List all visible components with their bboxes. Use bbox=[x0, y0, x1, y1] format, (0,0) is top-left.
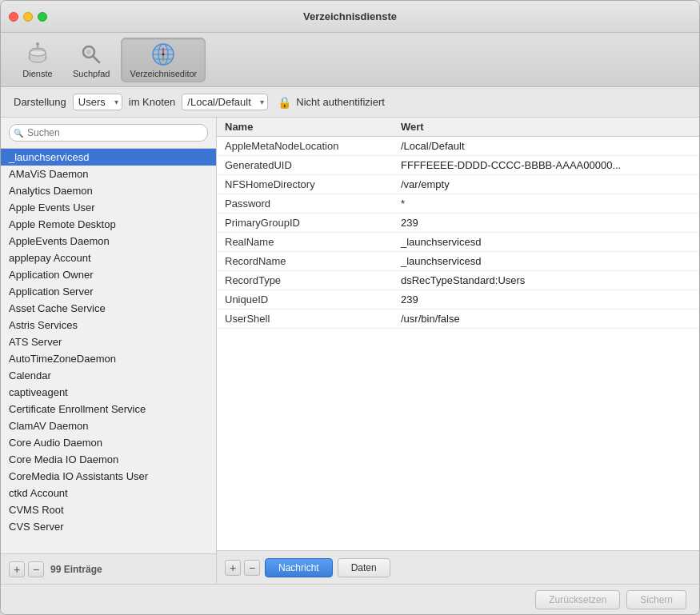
nachricht-button[interactable]: Nachricht bbox=[265, 558, 333, 577]
lock-icon[interactable]: 🔒 bbox=[278, 96, 291, 109]
sidebar-item[interactable]: Asset Cache Service bbox=[1, 300, 216, 317]
dienste-icon bbox=[25, 42, 50, 67]
dienste-label: Dienste bbox=[22, 69, 52, 78]
sidebar-item[interactable]: ATS Server bbox=[1, 333, 216, 350]
toolbar: Dienste Suchpfad bbox=[1, 33, 699, 87]
table-cell-key: Password bbox=[217, 194, 393, 214]
traffic-lights bbox=[1, 12, 47, 22]
table-cell-value: /Local/Default bbox=[393, 137, 699, 156]
table-cell-value: /var/empty bbox=[393, 175, 699, 194]
table-cell-key: NFSHomeDirectory bbox=[217, 175, 393, 194]
sidebar-footer: + − 99 Einträge bbox=[1, 553, 216, 584]
table-cell-key: AppleMetaNodeLocation bbox=[217, 137, 393, 156]
verzeichniseditor-label: Verzeichniseditor bbox=[130, 69, 197, 78]
col-name-header: Name bbox=[217, 118, 393, 137]
addressbar: Darstellung Users im Knoten /Local/Defau… bbox=[1, 87, 699, 118]
sichern-button[interactable]: Sichern bbox=[626, 590, 686, 609]
sidebar-item[interactable]: CoreMedia IO Assistants User bbox=[1, 468, 216, 485]
sidebar-item[interactable]: ctkd Account bbox=[1, 485, 216, 501]
svg-point-6 bbox=[86, 50, 91, 54]
sidebar-item[interactable]: Apple Remote Desktop bbox=[1, 216, 216, 233]
suchpfad-label: Suchpfad bbox=[73, 69, 110, 78]
table-cell-value: FFFFEEEE-DDDD-CCCC-BBBB-AAAA00000... bbox=[393, 156, 699, 175]
maximize-button[interactable] bbox=[38, 12, 47, 22]
remove-item-button[interactable]: − bbox=[28, 561, 44, 577]
table-cell-value: 239 bbox=[393, 214, 699, 233]
suchpfad-icon bbox=[78, 42, 104, 67]
sidebar-item[interactable]: Application Server bbox=[1, 283, 216, 300]
darstellung-select[interactable]: Users bbox=[73, 94, 122, 110]
sidebar-item[interactable]: Astris Services bbox=[1, 317, 216, 333]
table-cell-value: dsRecTypeStandard:Users bbox=[393, 271, 699, 290]
knoten-label: im Knoten bbox=[129, 96, 176, 108]
table-cell-value: _launchservicesd bbox=[393, 252, 699, 271]
sidebar-item[interactable]: Analytics Daemon bbox=[1, 182, 216, 199]
table-cell-key: RealName bbox=[217, 233, 393, 252]
table-cell-value: * bbox=[393, 194, 699, 214]
minimize-button[interactable] bbox=[23, 12, 33, 22]
add-row-button[interactable]: + bbox=[225, 560, 241, 576]
table-cell-key: PrimaryGroupID bbox=[217, 214, 393, 233]
sidebar-item[interactable]: CVS Server bbox=[1, 518, 216, 535]
table-cell-key: GeneratedUID bbox=[217, 156, 393, 175]
sidebar-item[interactable]: Application Owner bbox=[1, 266, 216, 283]
table-cell-value: 239 bbox=[393, 290, 699, 309]
detail-footer-left: + − bbox=[225, 560, 260, 576]
darstellung-select-wrapper[interactable]: Users bbox=[73, 94, 122, 110]
knoten-select[interactable]: /Local/Default bbox=[182, 94, 268, 110]
close-button[interactable] bbox=[9, 12, 18, 22]
sidebar-item[interactable]: AMaViS Daemon bbox=[1, 166, 216, 182]
sidebar-item[interactable]: Core Audio Daemon bbox=[1, 434, 216, 451]
zuruecksetzen-button[interactable]: Zurücksetzen bbox=[535, 590, 620, 609]
sidebar-item[interactable]: Calendar bbox=[1, 367, 216, 384]
auth-section: 🔒 Nicht authentifiziert bbox=[278, 96, 385, 109]
table-cell-key: UserShell bbox=[217, 309, 393, 329]
sidebar-item[interactable]: Certificate Enrollment Service bbox=[1, 401, 216, 417]
table-row[interactable]: Password* bbox=[217, 194, 699, 214]
detail-footer: + − Nachricht Daten bbox=[217, 550, 699, 584]
table-row[interactable]: RecordName_launchservicesd bbox=[217, 252, 699, 271]
table-row[interactable]: NFSHomeDirectory/var/empty bbox=[217, 175, 699, 194]
sidebar: _launchservicesdAMaViS DaemonAnalytics D… bbox=[1, 118, 217, 584]
table-row[interactable]: UniqueID239 bbox=[217, 290, 699, 309]
table-cell-key: UniqueID bbox=[217, 290, 393, 309]
verzeichnis-icon bbox=[150, 42, 176, 67]
detail-table: Name Wert AppleMetaNodeLocation/Local/De… bbox=[217, 118, 699, 329]
sidebar-item[interactable]: Core Media IO Daemon bbox=[1, 451, 216, 468]
darstellung-label: Darstellung bbox=[14, 96, 66, 108]
svg-point-1 bbox=[30, 50, 46, 56]
sidebar-item[interactable]: ClamAV Daemon bbox=[1, 417, 216, 434]
table-row[interactable]: UserShell/usr/bin/false bbox=[217, 309, 699, 329]
auth-status: Nicht authentifiziert bbox=[296, 96, 385, 108]
table-row[interactable]: RealName_launchservicesd bbox=[217, 233, 699, 252]
table-row[interactable]: PrimaryGroupID239 bbox=[217, 214, 699, 233]
daten-button[interactable]: Daten bbox=[338, 558, 390, 577]
remove-row-button[interactable]: − bbox=[244, 560, 260, 576]
table-cell-key: RecordName bbox=[217, 252, 393, 271]
table-row[interactable]: GeneratedUIDFFFFEEEE-DDDD-CCCC-BBBB-AAAA… bbox=[217, 156, 699, 175]
verzeichniseditor-button[interactable]: Verzeichniseditor bbox=[121, 38, 206, 82]
item-count: 99 Einträge bbox=[50, 564, 102, 575]
sidebar-item[interactable]: CVMS Root bbox=[1, 501, 216, 518]
svg-point-3 bbox=[36, 42, 39, 46]
col-value-header: Wert bbox=[393, 118, 699, 137]
bottom-bar: Zurücksetzen Sichern bbox=[1, 584, 699, 614]
table-row[interactable]: AppleMetaNodeLocation/Local/Default bbox=[217, 137, 699, 156]
sidebar-list: _launchservicesdAMaViS DaemonAnalytics D… bbox=[1, 149, 216, 553]
sidebar-item[interactable]: _launchservicesd bbox=[1, 149, 216, 166]
sidebar-item[interactable]: Apple Events User bbox=[1, 199, 216, 216]
dienste-button[interactable]: Dienste bbox=[14, 38, 62, 82]
add-item-button[interactable]: + bbox=[9, 561, 25, 577]
svg-line-5 bbox=[94, 56, 100, 62]
window-title: Verzeichnisdienste bbox=[303, 10, 397, 22]
search-input[interactable] bbox=[9, 124, 208, 142]
sidebar-item[interactable]: captiveagent bbox=[1, 384, 216, 401]
sidebar-item[interactable]: AppleEvents Daemon bbox=[1, 233, 216, 250]
table-row[interactable]: RecordTypedsRecTypeStandard:Users bbox=[217, 271, 699, 290]
knoten-select-wrapper[interactable]: /Local/Default bbox=[182, 94, 268, 110]
suchpfad-button[interactable]: Suchpfad bbox=[65, 38, 118, 82]
detail-table-container: Name Wert AppleMetaNodeLocation/Local/De… bbox=[217, 118, 699, 550]
sidebar-item[interactable]: applepay Account bbox=[1, 250, 216, 266]
sidebar-item[interactable]: AutoTimeZoneDaemon bbox=[1, 350, 216, 367]
main-window: Verzeichnisdienste Dienste bbox=[0, 0, 700, 615]
